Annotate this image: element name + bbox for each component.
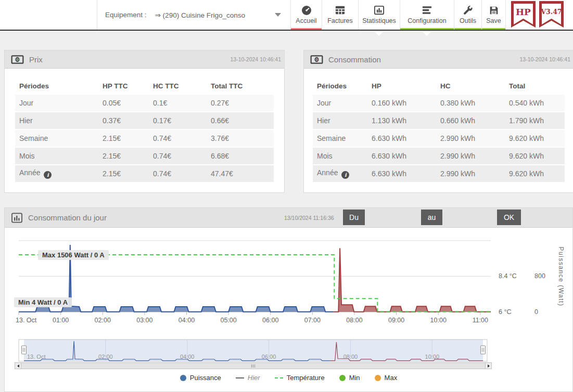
legend-circle-marker — [180, 375, 186, 381]
table-icon — [334, 4, 346, 17]
table-row: Mois 2.15€ 0.74€ 6.68€ — [15, 148, 274, 164]
prix-table: Périodes HP TTC HC TTC Total TTC Jour 0.… — [5, 69, 284, 182]
panel-title: Prix — [29, 55, 43, 64]
table-row: Mois 6.630 kWh 2.990 kWh 9.620 kWh — [313, 148, 565, 164]
table-row: Annéei 6.630 kWh 2.990 kWh 9.620 kWh — [313, 165, 565, 182]
badge-text: V3.47 — [539, 8, 564, 16]
row-label: Hier — [19, 116, 103, 125]
floppy-icon — [488, 4, 500, 17]
table-row: Hier 1.130 kWh 0.660 kWh 1.790 kWh — [313, 112, 565, 129]
panel-header: Consommation du jour 13/10/2024 11:16:36… — [5, 208, 572, 228]
table-header-row: Périodes HP TTC HC TTC Total TTC — [15, 78, 274, 94]
chart-scrollbar — [15, 362, 492, 369]
table-row: Hier 0.37€ 0.17€ 0.66€ — [15, 112, 274, 129]
nav-item-factures[interactable]: Factures — [322, 0, 358, 30]
gauge-icon — [300, 4, 313, 17]
cell: 3.76€ — [211, 134, 274, 142]
cell: 0.17€ — [153, 116, 211, 125]
column-header: HC TTC — [153, 82, 211, 90]
cell: 0.74€ — [153, 152, 211, 160]
nav-item-accueil[interactable]: Accueil — [290, 0, 322, 30]
cell: 0.1€ — [153, 99, 211, 107]
equipment-selector[interactable]: Equipement : ⇒ (290) Cuisine Frigo_conso — [105, 0, 245, 30]
row-label: Mois — [19, 152, 103, 160]
cell: 0.160 kWh — [372, 99, 440, 107]
cell: 2.990 kWh — [440, 152, 509, 160]
scrollbar-track[interactable] — [21, 362, 485, 369]
scrollbar-left-arrow[interactable] — [15, 362, 21, 369]
legend-item-hier[interactable]: Hier — [236, 374, 260, 382]
money-icon: 0 — [11, 55, 24, 64]
row-label: Hier — [317, 116, 372, 125]
cell: 0.74€ — [153, 169, 211, 178]
nav-item-statistiques[interactable]: Statistiques — [358, 0, 400, 30]
column-header: HP — [372, 82, 440, 90]
legend-item-puissance[interactable]: Puissance — [180, 374, 221, 382]
column-header: HC — [440, 82, 509, 90]
active-underline — [400, 28, 454, 30]
table-row: Semaine 6.630 kWh 2.990 kWh 9.620 kWh — [313, 130, 565, 147]
svg-text:0: 0 — [16, 57, 19, 62]
nav-item-configuration[interactable]: Configuration — [400, 0, 454, 30]
active-underline — [482, 28, 505, 30]
cell: 0.540 kWh — [509, 99, 565, 107]
row-label: Jour — [19, 99, 103, 107]
du-button[interactable]: Du — [343, 210, 365, 225]
legend-circle-marker — [375, 375, 381, 381]
cell: 0.66€ — [211, 116, 274, 125]
scrollbar-grip[interactable] — [251, 364, 256, 368]
conso-table: Périodes HP HC Total Jour 0.160 kWh 0.38… — [304, 69, 573, 182]
table-row: Annéei 2.15€ 0.74€ 47.47€ — [15, 165, 274, 182]
sliders-icon — [421, 4, 433, 17]
cell: 1.790 kWh — [509, 116, 565, 125]
info-icon[interactable]: i — [44, 171, 52, 179]
column-header: Périodes — [317, 82, 372, 90]
row-label: Jour — [317, 99, 372, 107]
cell: 6.630 kWh — [372, 134, 440, 142]
column-header: Total — [509, 82, 565, 90]
row-label: Annéei — [19, 168, 103, 179]
top-bar: Equipement : ⇒ (290) Cuisine Frigo_conso… — [0, 0, 573, 31]
nav-label: Factures — [327, 17, 353, 24]
nav-item-save[interactable]: Save — [481, 0, 506, 30]
nav-label: Outils — [460, 17, 476, 24]
active-underline — [291, 28, 322, 30]
column-header: HP TTC — [103, 82, 153, 90]
legend-item-min[interactable]: Min — [339, 374, 360, 382]
cell: 2.990 kWh — [440, 134, 509, 142]
page: { "topbar": { "equipment_label": "Equipe… — [0, 0, 573, 392]
au-button[interactable]: au — [421, 210, 442, 225]
nav-label: Save — [486, 17, 501, 24]
scrollbar-right-arrow[interactable] — [485, 362, 492, 369]
cell: 6.630 kWh — [372, 152, 440, 160]
chevron-down-icon[interactable] — [275, 13, 281, 17]
panel-header: 0 Prix 13-10-2024 10:46:41 — [5, 50, 284, 69]
table-header-row: Périodes HP HC Total — [313, 78, 565, 94]
badge-text: HP — [511, 7, 536, 17]
cell: 0.37€ — [103, 116, 153, 125]
timestamp: 13-10-2024 10:46:41 — [231, 56, 282, 62]
panel-title: Consommation — [328, 55, 381, 64]
legend-item-température[interactable]: Température — [275, 374, 325, 382]
cell: 2.15€ — [103, 134, 153, 142]
nav-item-outils[interactable]: Outils — [454, 0, 481, 30]
column-header: Périodes — [19, 82, 103, 90]
divider — [97, 0, 97, 30]
timestamp: 13-10-2024 10:46:41 — [520, 56, 571, 62]
badge-version: V3.47 — [539, 1, 564, 28]
legend-label: Hier — [248, 374, 260, 382]
cell: 2.15€ — [103, 152, 153, 160]
panel-prix: 0 Prix 13-10-2024 10:46:41 Périodes HP T… — [4, 50, 285, 193]
timestamp: 13/10/2024 11:16:36 — [284, 215, 334, 221]
column-header: Total TTC — [211, 82, 274, 90]
panel-consommation: 0 Consommation 13-10-2024 10:46:41 Pério… — [303, 50, 573, 193]
panel-title: Consommation du jour — [28, 213, 107, 222]
cell: 2.990 kWh — [440, 169, 509, 178]
legend-item-max[interactable]: Max — [375, 374, 398, 382]
nav-label: Statistiques — [362, 17, 396, 24]
info-icon[interactable]: i — [341, 171, 349, 179]
row-label: Mois — [317, 152, 372, 160]
wrench-icon — [462, 4, 474, 17]
cell: 0.27€ — [211, 99, 274, 107]
ok-button[interactable]: OK — [497, 210, 521, 225]
